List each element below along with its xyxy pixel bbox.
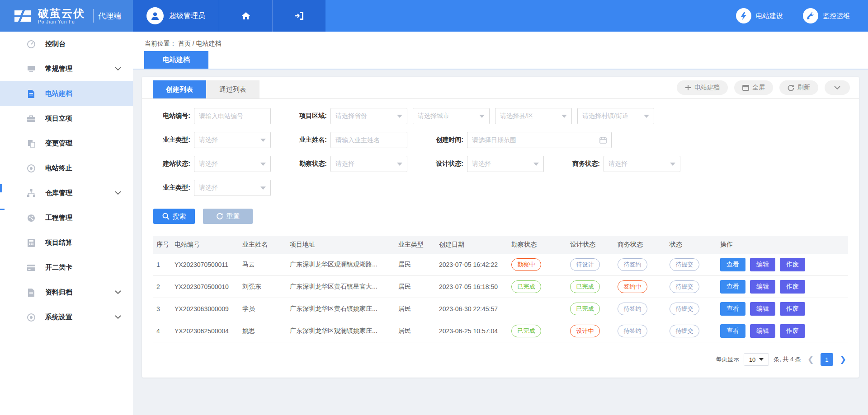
sidebar-item-label: 项目结算 [45,238,72,247]
owner-type-label: 业主类型: [153,136,190,144]
reset-button[interactable]: 重置 [203,209,253,224]
owner-type2-label: 业主类型: [153,184,190,192]
status-badge: 待提交 [670,258,699,271]
collapse-button[interactable] [825,80,850,95]
owner-type-select[interactable]: 请选择 [194,132,271,148]
date-range-picker[interactable] [467,132,612,148]
tab-passed-list[interactable]: 通过列表 [206,80,259,98]
owner-name-input[interactable] [330,132,407,148]
survey-status-select[interactable]: 请选择 [330,156,407,172]
nav-station-build[interactable]: 电站建设 [736,8,783,23]
status-badge: 待提交 [670,303,699,315]
void-button[interactable]: 作废 [780,324,805,338]
chevron-down-icon [644,115,649,118]
view-button[interactable]: 查看 [720,280,745,294]
per-page-select[interactable]: 10 [744,353,769,366]
survey-status-badge: 已完成 [511,280,541,293]
edit-button[interactable]: 编辑 [750,302,775,316]
county-select[interactable]: 请选择县/区 [495,108,572,124]
page-number-button[interactable]: 1 [821,353,833,366]
owner-name-label: 业主姓名: [290,136,327,144]
logout-button[interactable] [272,0,326,32]
business-status-label: 商务状态: [563,160,600,168]
sidebar-item-label: 系统设置 [45,313,72,322]
survey-status-badge: 勘察中 [511,258,541,271]
sidebar-item-card[interactable]: 开二类卡 [0,255,133,280]
sidebar-item-settlement[interactable]: 项目结算 [0,230,133,255]
owner-type2-select[interactable]: 请选择 [194,180,271,196]
logout-icon [293,10,305,21]
date-range-input[interactable] [472,136,599,144]
sidebar-item-station-terminate[interactable]: 电站终止 [0,156,133,181]
design-status-badge: 已完成 [570,303,600,315]
document-icon [26,288,36,298]
user-icon [150,10,160,21]
design-status-label: 设计状态: [426,160,463,168]
refresh-button[interactable]: 刷新 [779,80,818,95]
sidebar-item-console[interactable]: 控制台 [0,32,133,56]
nav-monitor-ops-label: 监控运维 [823,12,850,20]
region-label: 项目区域: [290,112,327,120]
nav-monitor-ops[interactable]: 监控运维 [803,8,850,23]
chevron-down-icon [561,115,567,118]
edit-button[interactable]: 编辑 [750,324,775,338]
sidebar-item-warehouse[interactable]: 仓库管理 [0,181,133,205]
home-button[interactable] [219,0,272,32]
sidebar-item-label: 资料归档 [45,288,72,297]
add-station-button[interactable]: 电站建档 [677,80,728,95]
logo-icon [13,7,33,25]
table-row: 3 YX2023063000009 学员 广东深圳龙华区黄石镇姚家庄... 居民… [153,298,848,320]
table-header: 序号 电站编号 业主姓名 项目地址 业主类型 创建日期 勘察状态 设计状态 商务… [153,236,848,254]
business-status-badge: 待签约 [618,325,647,337]
sidebar-item-project-initiation[interactable]: 项目立项 [0,106,133,131]
business-status-badge: 待签约 [618,258,647,271]
sidebar-item-archive-files[interactable]: 资料归档 [0,280,133,305]
search-icon [162,213,170,220]
total-count: 条, 共 4 条 [774,355,801,364]
sidebar-item-engineering[interactable]: 工程管理 [0,205,133,230]
sidebar-item-settings[interactable]: 系统设置 [0,305,133,330]
lightning-icon [739,11,748,20]
sidebar-item-general[interactable]: 常规管理 [0,56,133,81]
build-status-select[interactable]: 请选择 [194,156,271,172]
portal-label: 代理端 [98,11,121,21]
design-status-select[interactable]: 请选择 [467,156,544,172]
refresh-icon [788,84,794,91]
tab-create-list[interactable]: 创建列表 [153,80,206,98]
user-menu[interactable]: 超级管理员 [133,0,219,32]
sidebar-item-label: 仓库管理 [45,189,72,197]
fullscreen-button[interactable]: 全屏 [734,80,773,95]
edit-button[interactable]: 编辑 [750,280,775,294]
station-code-input[interactable] [194,108,271,124]
business-status-badge: 签约中 [618,280,647,293]
chevron-down-icon [260,187,266,190]
search-button[interactable]: 搜索 [153,209,195,224]
scrollbar-mark [0,209,5,210]
void-button[interactable]: 作废 [780,302,805,316]
chevron-down-icon [115,290,121,294]
sidebar-item-station-archive[interactable]: 电站建档 [0,81,133,106]
edit-button[interactable]: 编辑 [750,258,775,271]
void-button[interactable]: 作废 [780,280,805,294]
bullseye-icon [26,163,36,173]
wrench-icon [806,11,815,20]
province-select[interactable]: 请选择省份 [330,108,407,124]
void-button[interactable]: 作废 [780,258,805,271]
city-select[interactable]: 请选择城市 [413,108,490,124]
view-button[interactable]: 查看 [720,302,745,316]
next-page-button[interactable]: ❯ [838,354,848,364]
sidebar-item-label: 工程管理 [45,214,72,222]
file-icon [26,89,36,99]
view-button[interactable]: 查看 [720,258,745,271]
pagination: 每页显示 10 条, 共 4 条 ❮ 1 ❯ [153,353,848,378]
station-code-label: 电站编号: [153,112,190,120]
dashboard-icon [26,39,36,49]
view-button[interactable]: 查看 [720,324,745,338]
credit-card-icon [26,263,36,273]
town-select[interactable]: 请选择村镇/街道 [577,108,654,124]
sidebar-item-change-management[interactable]: 变更管理 [0,131,133,156]
scrollbar-thumb[interactable] [0,184,2,192]
business-status-select[interactable]: 请选择 [604,156,680,172]
prev-page-button[interactable]: ❮ [806,354,816,364]
page-tab-station-archive[interactable]: 电站建档 [144,51,208,69]
